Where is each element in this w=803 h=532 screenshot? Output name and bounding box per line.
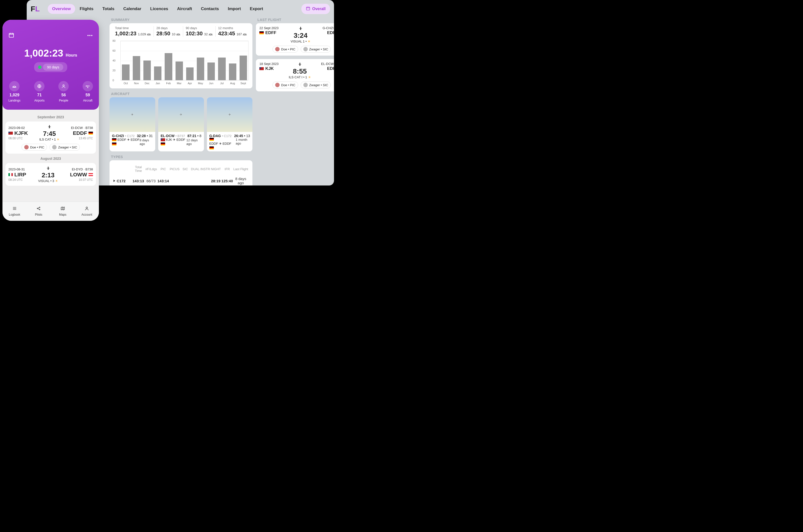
aircraft-card[interactable]: ✈ G-DAG • C17226:45 • 13 EDDF ✈ EDDF 1 m… bbox=[207, 97, 253, 151]
svg-point-3 bbox=[63, 85, 64, 86]
mobile-window: ••• 1,002:23 Hours 90 days 1,029Landings… bbox=[2, 20, 99, 221]
summary-cell: 90 days 102:30 32 bbox=[183, 26, 216, 37]
nav-item-licences[interactable]: Licences bbox=[146, 4, 173, 14]
avatar bbox=[303, 83, 308, 87]
avatar bbox=[303, 47, 308, 51]
plane-icon bbox=[298, 26, 303, 32]
crew-pill[interactable]: Doe • PIC bbox=[21, 144, 47, 151]
tab-maps[interactable]: Maps bbox=[51, 202, 75, 221]
chart-bar bbox=[176, 61, 183, 80]
types-body: C172 143:1366/73143:1428:19125:408 days … bbox=[112, 175, 250, 186]
chart-bar bbox=[207, 62, 215, 80]
summary-chart: 020406080OctNovDecJanFebMarAprMayJunJulA… bbox=[112, 40, 250, 86]
takeoff-icon bbox=[208, 32, 213, 37]
aircraft-image: ✈ bbox=[110, 97, 155, 132]
aircraft-card[interactable]: ✈ EL-DCW • B73787:21 • 8 KJK ✈ EDDF 12 d… bbox=[158, 97, 204, 151]
nav-item-totals[interactable]: Totals bbox=[98, 4, 119, 14]
takeoff-icon bbox=[242, 32, 247, 37]
last-flight-cards: 22 Sept 2023 EDFF 3:24 VISUAL 1 • ☀ G-CH… bbox=[256, 23, 334, 91]
aircraft-image: ✈ bbox=[158, 97, 204, 132]
app-logo: FL bbox=[31, 5, 40, 13]
more-icon[interactable]: ••• bbox=[87, 33, 93, 38]
sun-icon: ☀ bbox=[308, 39, 311, 43]
account-icon bbox=[85, 206, 89, 212]
flag-icon bbox=[209, 138, 214, 141]
nav-item-export[interactable]: Export bbox=[245, 4, 268, 14]
nav-item-overview[interactable]: Overview bbox=[48, 4, 75, 14]
takeoff-icon bbox=[9, 81, 20, 91]
mobile-stat[interactable]: 71Airports bbox=[34, 81, 44, 102]
plane-icon bbox=[298, 62, 302, 68]
overall-button[interactable]: Overall bbox=[302, 4, 330, 14]
svg-rect-0 bbox=[306, 7, 310, 10]
sun-icon: ☀ bbox=[308, 75, 311, 79]
col-left: SUMMARY Total time 1,002:23 1,029 28 day… bbox=[110, 18, 252, 186]
nav-item-contacts[interactable]: Contacts bbox=[197, 4, 223, 14]
tab-account[interactable]: Account bbox=[75, 202, 99, 221]
types-row[interactable]: C172 143:1366/73143:1428:19125:408 days … bbox=[112, 175, 250, 186]
nav: OverviewFlightsTotalsCalendarLicencesAir… bbox=[48, 4, 298, 14]
avatar bbox=[52, 145, 57, 149]
types-section: TYPES Total Time#F/LdgsPICPICUSSICDUALIN… bbox=[110, 155, 252, 186]
list-icon bbox=[12, 206, 17, 212]
month-header: September 2023 bbox=[5, 115, 96, 119]
crew-pill[interactable]: Zwager • SIC bbox=[50, 144, 80, 151]
calendar-icon[interactable] bbox=[8, 32, 14, 39]
chart-bar bbox=[122, 64, 129, 80]
avatar bbox=[275, 83, 280, 87]
flight-card[interactable]: 22 Sept 2023 EDFF 3:24 VISUAL 1 • ☀ G-CH… bbox=[256, 23, 334, 56]
summary-label: SUMMARY bbox=[111, 18, 252, 22]
crew-pill[interactable]: Doe • PIC bbox=[272, 46, 298, 53]
calendar-icon bbox=[306, 6, 310, 12]
nav-item-aircraft[interactable]: Aircraft bbox=[172, 4, 196, 14]
summary-cell: Total time 1,002:23 1,029 bbox=[112, 26, 154, 37]
summary-card: Total time 1,002:23 1,029 28 days 28:50 … bbox=[110, 23, 252, 89]
sun-icon: ☀ bbox=[57, 137, 59, 141]
flag-icon bbox=[89, 173, 93, 176]
mobile-stats: 1,029Landings71Airports56People59Aircraf… bbox=[8, 81, 93, 102]
flag-icon bbox=[161, 142, 165, 146]
expand-icon[interactable] bbox=[113, 179, 115, 182]
chart-bar bbox=[186, 68, 194, 80]
chart-bar bbox=[197, 58, 204, 80]
aircraft-label: AIRCRAFT bbox=[111, 92, 252, 96]
avatar bbox=[24, 145, 29, 149]
chart-bar bbox=[229, 63, 236, 80]
plane-icon bbox=[46, 166, 51, 171]
flight-card[interactable]: 2023-08-31 LIRP 08:24 UTC 2:13 VISUAL • … bbox=[5, 163, 96, 186]
types-card: Total Time#F/LdgsPICPICUSSICDUALINSTRNIG… bbox=[110, 160, 252, 186]
mobile-header: ••• 1,002:23 Hours 90 days 1,029Landings… bbox=[2, 20, 99, 110]
flag-icon bbox=[8, 132, 13, 135]
types-table: Total Time#F/LdgsPICPICUSSICDUALINSTRNIG… bbox=[112, 163, 250, 186]
chart-bar bbox=[240, 56, 247, 80]
flag-icon bbox=[89, 132, 93, 135]
crew-pill[interactable]: Doe • PIC bbox=[272, 81, 298, 89]
crew-pill[interactable]: Zwager • SIC bbox=[300, 81, 331, 89]
currency-badge[interactable]: 90 days bbox=[34, 62, 67, 72]
aircraft-image: ✈ bbox=[207, 97, 253, 132]
share-icon bbox=[36, 206, 41, 212]
mobile-body: September 2023 2023-09-02 KJFK 06:00 UTC… bbox=[2, 110, 99, 202]
chart-bar bbox=[218, 58, 225, 80]
nav-item-flights[interactable]: Flights bbox=[75, 4, 98, 14]
flight-card[interactable]: 18 Sept 2023 KJK 8:55 ILS CAT I • 1 ☀ EL… bbox=[256, 59, 334, 91]
person-icon bbox=[58, 81, 69, 91]
mobile-stat[interactable]: 1,029Landings bbox=[8, 81, 20, 102]
aircraft-card[interactable]: ✈ G-CHZI • C17232:28 • 31 EDDF ✈ EDDF 8 … bbox=[110, 97, 155, 151]
tab-pilots[interactable]: Pilots bbox=[27, 202, 51, 221]
mobile-stat[interactable]: 56People bbox=[58, 81, 69, 102]
crew-pill[interactable]: Zwager • SIC bbox=[300, 46, 331, 53]
mobile-tabbar: LogbookPilotsMapsAccount bbox=[2, 202, 99, 221]
nav-item-import[interactable]: Import bbox=[223, 4, 245, 14]
chart-bar bbox=[154, 66, 161, 80]
plane-icon bbox=[47, 125, 52, 130]
aircraft-section: AIRCRAFT ✈ G-CHZI • C17232:28 • 31 EDDF … bbox=[110, 92, 252, 151]
mobile-stat[interactable]: 59Aircraft bbox=[83, 81, 93, 102]
last-flight-label: LAST FLIGHT bbox=[257, 18, 334, 22]
chart-bar bbox=[143, 60, 151, 80]
flag-icon bbox=[259, 67, 264, 70]
nav-item-calendar[interactable]: Calendar bbox=[119, 4, 146, 14]
tab-logbook[interactable]: Logbook bbox=[2, 202, 27, 221]
flight-card[interactable]: 2023-09-02 KJFK 06:00 UTC 7:45 ILS CAT •… bbox=[5, 121, 96, 154]
types-label: TYPES bbox=[111, 155, 252, 159]
